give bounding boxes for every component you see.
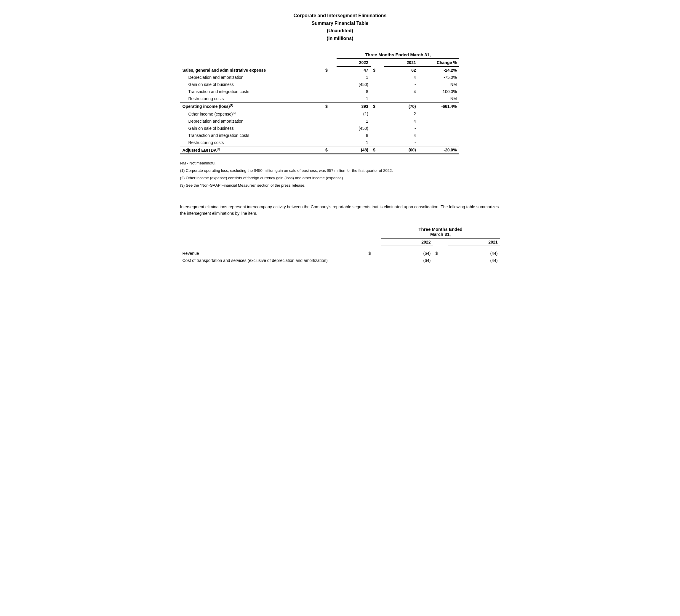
row-val2021-3: 4: [384, 88, 418, 95]
row-change-6: [418, 110, 459, 118]
row-val2022-2: (450): [337, 81, 371, 88]
row-dollar2-1: [371, 74, 384, 81]
row-dollar1-11: $: [323, 146, 337, 154]
financial-table-2: Three Months Ended March 31, 2022 2021 R…: [180, 225, 500, 264]
row-label-10: Restructuring costs: [180, 139, 323, 146]
row-val2022-3: 8: [337, 88, 371, 95]
table1-row-6: Other income (expense)(2) (1) 2: [180, 110, 500, 118]
row-label-2: Gain on sale of business: [180, 81, 323, 88]
row-val2022-8: (450): [337, 125, 371, 132]
row-val2021-7: 4: [384, 118, 418, 125]
row-dollar1-4: [323, 95, 337, 103]
note-nm: NM - Not meaningful.: [180, 160, 500, 167]
t2-row-dollar1-1: [366, 257, 381, 264]
row-dollar1-8: [323, 125, 337, 132]
table2-row-0: Revenue $ (64) $ (44): [180, 250, 500, 257]
row-dollar2-2: [371, 81, 384, 88]
row-change-1: -75.0%: [418, 74, 459, 81]
row-change-9: [418, 132, 459, 139]
row-dollar2-0: $: [371, 66, 384, 74]
row-label-1: Depreciation and amortization: [180, 74, 323, 81]
separator: [180, 195, 500, 203]
t2-row-dollar2-1: [433, 257, 448, 264]
table2-2022-header: 2022: [381, 238, 433, 246]
row-dollar2-5: $: [371, 103, 384, 110]
row-dollar2-9: [371, 132, 384, 139]
row-val2022-6: (1): [337, 110, 371, 118]
row-label-5: Operating income (loss)(1): [180, 103, 323, 110]
row-label-3: Transaction and integration costs: [180, 88, 323, 95]
table1-row-1: Depreciation and amortization 1 4 -75.0%: [180, 74, 500, 81]
row-val2021-9: 4: [384, 132, 418, 139]
table2-2021-header: 2021: [448, 238, 500, 246]
row-label-11: Adjusted EBITDA(3): [180, 146, 323, 154]
t2-row-val2021-1: (44): [448, 257, 500, 264]
row-change-8: [418, 125, 459, 132]
row-dollar1-7: [323, 118, 337, 125]
table2-header-row: Three Months Ended March 31,: [180, 225, 500, 238]
row-label-0: Sales, general and administrative expens…: [180, 66, 323, 74]
table1-row-10: Restructuring costs 1 -: [180, 139, 500, 146]
t2-row-label-0: Revenue: [180, 250, 366, 257]
row-dollar1-5: $: [323, 103, 337, 110]
table1-row-2: Gain on sale of business (450) - NM: [180, 81, 500, 88]
row-val2021-5: (70): [384, 103, 418, 110]
table1-row-0: Sales, general and administrative expens…: [180, 66, 500, 74]
note-3: (3) See the “Non-GAAP Financial Measures…: [180, 183, 500, 189]
title-line2: Summary Financial Table: [180, 20, 500, 27]
row-val2022-4: 1: [337, 95, 371, 103]
row-change-7: [418, 118, 459, 125]
table1-period-header: Three Months Ended March 31,: [337, 51, 459, 59]
t2-row-dollar1-0: $: [366, 250, 381, 257]
row-label-6: Other income (expense)(2): [180, 110, 323, 118]
row-dollar2-10: [371, 139, 384, 146]
row-change-4: NM: [418, 95, 459, 103]
row-dollar1-9: [323, 132, 337, 139]
table1-row-3: Transaction and integration costs 8 4 10…: [180, 88, 500, 95]
t2-row-val2021-0: (44): [448, 250, 500, 257]
title-line1: Corporate and Intersegment Eliminations: [180, 12, 500, 20]
table1-label-header: [180, 51, 323, 59]
title-block: Corporate and Intersegment Eliminations …: [180, 12, 500, 42]
row-label-4: Restructuring costs: [180, 95, 323, 103]
row-change-5: -661.4%: [418, 103, 459, 110]
notes-block: NM - Not meaningful. (1) Corporate opera…: [180, 160, 500, 189]
table2-spacer: [180, 246, 500, 250]
row-val2021-0: 62: [384, 66, 418, 74]
row-val2021-4: -: [384, 95, 418, 103]
t2-row-val2022-0: (64): [381, 250, 433, 257]
row-dollar2-8: [371, 125, 384, 132]
title-line3: (Unaudited): [180, 27, 500, 35]
row-dollar2-4: [371, 95, 384, 103]
row-val2021-6: 2: [384, 110, 418, 118]
row-dollar2-7: [371, 118, 384, 125]
table1-subheader-row: 2022 2021 Change %: [180, 59, 500, 66]
row-label-9: Transaction and integration costs: [180, 132, 323, 139]
table1-row-9: Transaction and integration costs 8 4: [180, 132, 500, 139]
row-val2022-9: 8: [337, 132, 371, 139]
row-val2021-11: (60): [384, 146, 418, 154]
table1-row-11: Adjusted EBITDA(3) $ (48) $ (60) -20.0%: [180, 146, 500, 154]
row-change-3: 100.0%: [418, 88, 459, 95]
table1-header-row: Three Months Ended March 31,: [180, 51, 500, 59]
table1-row-4: Restructuring costs 1 - NM: [180, 95, 500, 103]
row-val2022-5: 393: [337, 103, 371, 110]
row-dollar2-11: $: [371, 146, 384, 154]
table1-2021-header: 2021: [384, 59, 418, 66]
table2-row-1: Cost of transportation and services (exc…: [180, 257, 500, 264]
table2-subheader-row: 2022 2021: [180, 238, 500, 246]
row-change-0: -24.2%: [418, 66, 459, 74]
row-dollar1-3: [323, 88, 337, 95]
table1-change-header: Change %: [418, 59, 459, 66]
row-change-2: NM: [418, 81, 459, 88]
table1-row-5: Operating income (loss)(1) $ 393 $ (70) …: [180, 103, 500, 110]
row-val2022-1: 1: [337, 74, 371, 81]
row-val2021-2: -: [384, 81, 418, 88]
row-val2021-8: -: [384, 125, 418, 132]
row-change-11: -20.0%: [418, 146, 459, 154]
row-dollar1-6: [323, 110, 337, 118]
table1-2022-header: 2022: [337, 59, 371, 66]
row-dollar1-2: [323, 81, 337, 88]
row-val2021-1: 4: [384, 74, 418, 81]
row-val2022-7: 1: [337, 118, 371, 125]
